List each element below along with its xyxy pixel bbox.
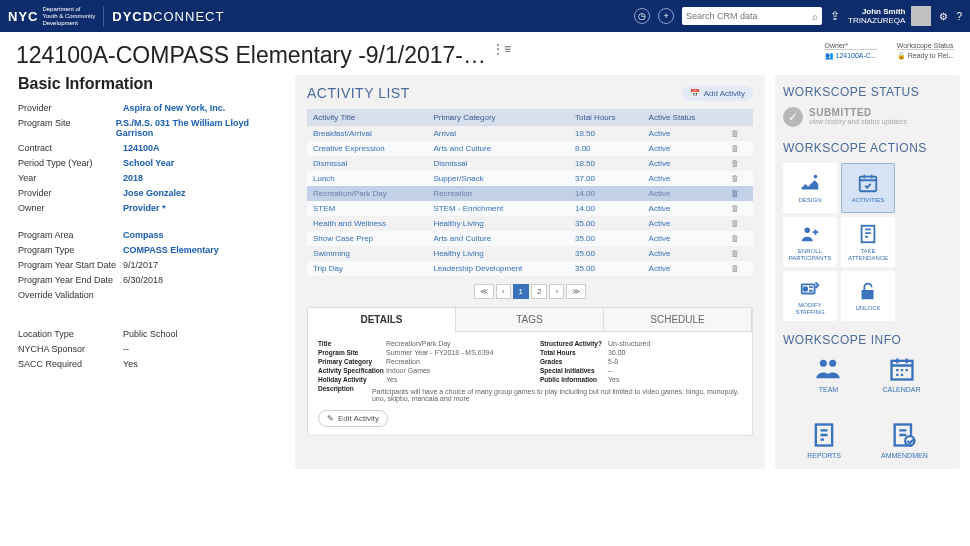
info-row: OwnerProvider * <box>18 203 277 213</box>
info-row: Contract124100A <box>18 143 277 153</box>
svg-point-6 <box>820 360 827 367</box>
detail-card: DETAILSTAGSSCHEDULE TitleRecreation/Park… <box>307 307 753 436</box>
delete-icon[interactable]: 🗑 <box>725 156 753 171</box>
page-prev[interactable]: ‹ <box>496 284 511 299</box>
table-row[interactable]: DismissalDismissal18.50Active🗑 <box>307 156 753 171</box>
delete-icon[interactable]: 🗑 <box>725 186 753 201</box>
delete-icon[interactable]: 🗑 <box>725 126 753 141</box>
brand: DYCDCONNECT <box>112 9 224 24</box>
action-take-attendance[interactable]: TAKE ATTENDANCE <box>841 217 895 267</box>
delete-icon[interactable]: 🗑 <box>725 216 753 231</box>
delete-icon[interactable]: 🗑 <box>725 261 753 276</box>
info-ammendmen[interactable]: AMMENDMEN <box>881 421 928 459</box>
tab-tags[interactable]: TAGS <box>456 308 604 332</box>
col-header[interactable]: Total Hours <box>569 109 643 126</box>
page-next[interactable]: › <box>549 284 564 299</box>
page-first[interactable]: ≪ <box>474 284 494 299</box>
info-reports[interactable]: REPORTS <box>807 421 841 459</box>
info-value: Yes <box>123 359 138 369</box>
page-last[interactable]: ≫ <box>566 284 586 299</box>
add-icon[interactable]: + <box>658 8 674 24</box>
action-modify-staffing[interactable]: MODIFY STAFFING <box>783 271 837 321</box>
table-row[interactable]: Health and WellnessHealthy Living35.00Ac… <box>307 216 753 231</box>
info-row: Period Type (Year)School Year <box>18 158 277 168</box>
add-activity-button[interactable]: 📅Add Activity <box>682 86 753 101</box>
info-row: Program Year Start Date9/1/2017 <box>18 260 277 270</box>
info-row: Program Year End Date6/30/2018 <box>18 275 277 285</box>
export-icon[interactable]: ⇪ <box>830 9 840 23</box>
table-row[interactable]: SwimmingHealthy Living35.00Active🗑 <box>307 246 753 261</box>
action-enroll-participants[interactable]: ENROLL PARTICIPANTS <box>783 217 837 267</box>
table-row[interactable]: Breakfast/ArrivalArrival18.50Active🗑 <box>307 126 753 141</box>
delete-icon[interactable]: 🗑 <box>725 246 753 261</box>
ws-info-heading: WORKSCOPE INFO <box>783 333 952 347</box>
col-header[interactable]: Activity Title <box>307 109 427 126</box>
info-row: Program AreaCompass <box>18 230 277 240</box>
col-header[interactable]: Primary Category <box>427 109 569 126</box>
help-icon[interactable]: ? <box>956 11 962 22</box>
activity-list-heading: ACTIVITY LIST <box>307 85 410 101</box>
table-row[interactable]: LunchSupper/Snack37.00Active🗑 <box>307 171 753 186</box>
delete-icon[interactable]: 🗑 <box>725 141 753 156</box>
pager: ≪ ‹ 1 2 › ≫ <box>307 284 753 299</box>
info-row: NYCHA Sponsor-- <box>18 344 277 354</box>
info-row: Location TypePublic School <box>18 329 277 339</box>
table-row[interactable]: Trip DayLeadership Development35.00Activ… <box>307 261 753 276</box>
ws-status-heading: WORKSCOPE STATUS <box>783 85 952 99</box>
info-row: Program SiteP.S./M.S. 031 The William Ll… <box>18 118 277 138</box>
tab-schedule[interactable]: SCHEDULE <box>604 308 752 332</box>
info-value[interactable]: Aspira of New York, Inc. <box>123 103 225 113</box>
table-row[interactable]: Creative ExpressionArts and Culture8.00A… <box>307 141 753 156</box>
info-row: Override Validation <box>18 290 277 300</box>
info-value[interactable]: Provider * <box>123 203 166 213</box>
col-header[interactable]: Active Status <box>643 109 725 126</box>
ws-status[interactable]: ✓ SUBMITTEDview history and status updat… <box>783 107 952 127</box>
svg-point-7 <box>830 360 837 367</box>
svg-rect-1 <box>860 177 877 192</box>
user-menu[interactable]: John SmithTRINAZUREQA <box>848 6 931 26</box>
info-value: 9/1/2017 <box>123 260 158 270</box>
header: NYC Department ofYouth & CommunityDevelo… <box>0 0 970 32</box>
delete-icon[interactable]: 🗑 <box>725 231 753 246</box>
search-box[interactable]: ⌕ <box>682 7 822 25</box>
info-row: ProviderJose Gonzalez <box>18 188 277 198</box>
table-row[interactable]: Show Case PrepArts and Culture35.00Activ… <box>307 231 753 246</box>
workscope-panel: WORKSCOPE STATUS ✓ SUBMITTEDview history… <box>775 75 960 469</box>
action-design[interactable]: DESIGN <box>783 163 837 213</box>
clock-icon[interactable]: ◷ <box>634 8 650 24</box>
svg-point-2 <box>805 227 811 233</box>
page-2[interactable]: 2 <box>531 284 547 299</box>
delete-icon[interactable]: 🗑 <box>725 171 753 186</box>
gear-icon[interactable]: ⚙ <box>939 11 948 22</box>
info-value[interactable]: P.S./M.S. 031 The William Lloyd Garrison <box>116 118 277 138</box>
action-unlock[interactable]: UNLOCK <box>841 271 895 321</box>
basic-info-panel: Basic Information ProviderAspira of New … <box>10 75 285 469</box>
info-value[interactable]: School Year <box>123 158 174 168</box>
pencil-icon: ✎ <box>327 414 334 423</box>
edit-activity-button[interactable]: ✎Edit Activity <box>318 410 388 427</box>
delete-icon[interactable]: 🗑 <box>725 201 753 216</box>
nyc-logo: NYC <box>8 9 38 24</box>
calendar-icon: 📅 <box>690 89 700 98</box>
title-menu-icon[interactable]: ⋮≡ <box>492 42 511 56</box>
info-team[interactable]: TEAM <box>814 355 842 393</box>
info-value[interactable]: 124100A <box>123 143 160 153</box>
info-value[interactable]: Compass <box>123 230 164 240</box>
dept-name: Department ofYouth & CommunityDevelopmen… <box>42 6 104 27</box>
info-value[interactable]: 2018 <box>123 173 143 183</box>
page-title: 124100A-COMPASS Elementary -9/1/2017-… <box>16 42 486 69</box>
title-bar: 124100A-COMPASS Elementary -9/1/2017-… ⋮… <box>0 32 970 75</box>
table-row[interactable]: Recreation/Park DayRecreation14.00Active… <box>307 186 753 201</box>
info-value[interactable]: Jose Gonzalez <box>123 188 186 198</box>
search-icon[interactable]: ⌕ <box>812 11 818 22</box>
table-row[interactable]: STEMSTEM - Enrichment14.00Active🗑 <box>307 201 753 216</box>
check-icon: ✓ <box>783 107 803 127</box>
action-activities[interactable]: ACTIVITIES <box>841 163 895 213</box>
info-value: -- <box>123 344 129 354</box>
info-value[interactable]: COMPASS Elementary <box>123 245 219 255</box>
search-input[interactable] <box>686 11 812 21</box>
page-1[interactable]: 1 <box>513 284 529 299</box>
tab-details[interactable]: DETAILS <box>308 308 456 332</box>
info-calendar[interactable]: CALENDAR <box>882 355 920 393</box>
basic-heading: Basic Information <box>18 75 277 93</box>
